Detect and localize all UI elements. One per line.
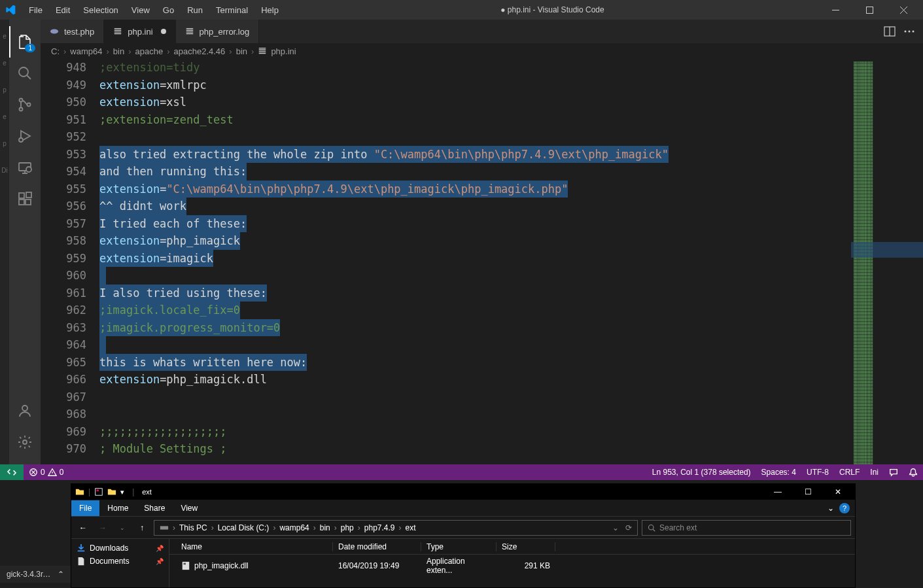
folder-small-icon[interactable] <box>107 487 116 496</box>
ribbon-help-icon[interactable]: ? <box>839 503 850 513</box>
settings-gear-icon[interactable] <box>9 426 41 458</box>
editor-tabs: test.php php.ini php_error.log <box>41 20 923 43</box>
status-bar: 0 0 Ln 953, Col 1 (378 selected) Spaces:… <box>0 464 923 480</box>
minimize-button[interactable] <box>821 0 850 20</box>
extensions-icon[interactable] <box>9 183 41 215</box>
minimap-viewport[interactable] <box>851 242 923 258</box>
svg-rect-1 <box>866 7 873 13</box>
breadcrumb-segment[interactable]: wamp64 <box>70 46 102 56</box>
explorer-maximize-button[interactable]: ☐ <box>795 487 821 496</box>
dirty-indicator-icon <box>161 29 166 34</box>
svg-rect-22 <box>97 490 99 492</box>
menu-view[interactable]: View <box>126 3 155 18</box>
explorer-column-headers[interactable]: Name Date modified Type Size <box>169 539 855 555</box>
accounts-icon[interactable] <box>9 395 41 426</box>
file-row[interactable]: php_imagick.dll 16/04/2019 19:49 Applica… <box>169 555 855 577</box>
explorer-title: ext <box>142 488 152 496</box>
tab-label: php_error.log <box>200 27 250 37</box>
back-button[interactable]: ← <box>75 520 91 536</box>
svg-rect-10 <box>19 199 24 205</box>
ribbon-expand-icon[interactable]: ⌄ <box>827 504 834 513</box>
svg-rect-12 <box>26 192 31 198</box>
code-content[interactable]: ;extension=tidyextension=xmlrpcextension… <box>99 59 851 464</box>
explorer-search[interactable]: Search ext <box>642 520 851 536</box>
ribbon-file[interactable]: File <box>71 500 99 516</box>
run-debug-icon[interactable] <box>9 120 41 152</box>
col-date[interactable]: Date modified <box>333 542 421 551</box>
titlebar: File Edit Selection View Go Run Terminal… <box>0 0 923 20</box>
svg-point-8 <box>26 167 31 172</box>
source-control-icon[interactable] <box>9 89 41 120</box>
status-eol[interactable]: CRLF <box>834 468 865 477</box>
status-encoding[interactable]: UTF-8 <box>801 468 834 477</box>
up-button[interactable]: ↑ <box>134 520 150 536</box>
nav-item-documents[interactable]: Documents 📌 <box>74 555 166 568</box>
breadcrumb-segment[interactable]: apache2.4.46 <box>174 46 226 56</box>
col-size[interactable]: Size <box>496 542 555 551</box>
error-icon <box>29 468 38 477</box>
search-icon <box>648 524 655 532</box>
pin-icon[interactable]: 📌 <box>156 545 164 552</box>
maximize-button[interactable] <box>855 0 884 20</box>
menu-selection[interactable]: Selection <box>78 3 123 18</box>
explorer-close-button[interactable]: ✕ <box>825 487 851 496</box>
minimap[interactable]: ████ ██ ████████ ███ ██ ████ ██ ████████… <box>851 59 923 464</box>
status-cursor[interactable]: Ln 953, Col 1 (378 selected) <box>647 468 756 477</box>
status-language[interactable]: Ini <box>865 468 884 477</box>
status-indent[interactable]: Spaces: 4 <box>756 468 801 477</box>
close-button[interactable] <box>889 0 918 20</box>
breadcrumb-segment[interactable]: bin <box>113 46 124 56</box>
menu-run[interactable]: Run <box>182 3 208 18</box>
explorer-minimize-button[interactable]: — <box>765 487 791 496</box>
breadcrumb[interactable]: C:› wamp64› bin› apache› apache2.4.46› b… <box>41 43 923 59</box>
status-problems[interactable]: 0 0 <box>24 468 69 477</box>
svg-rect-23 <box>160 526 168 529</box>
svg-point-5 <box>27 103 31 107</box>
col-name[interactable]: Name <box>176 542 333 551</box>
svg-point-17 <box>905 31 907 33</box>
svg-point-19 <box>913 31 914 33</box>
breadcrumb-segment[interactable]: apache <box>135 46 164 56</box>
ribbon-share[interactable]: Share <box>136 500 173 516</box>
tab-test-php[interactable]: test.php <box>41 20 104 43</box>
editor-body[interactable]: 9489499509519529539549559569579589599609… <box>41 59 923 464</box>
tab-label: php.ini <box>128 27 152 37</box>
breadcrumb-segment[interactable]: bin <box>236 46 247 56</box>
properties-icon[interactable] <box>94 487 103 496</box>
more-actions-icon[interactable] <box>903 26 915 37</box>
tab-php-ini[interactable]: php.ini <box>104 20 175 43</box>
chevron-up-icon[interactable]: ⌃ <box>58 570 64 579</box>
download-icon <box>77 544 86 553</box>
svg-rect-9 <box>19 193 24 198</box>
menu-help[interactable]: Help <box>256 3 284 18</box>
status-bell-icon[interactable] <box>903 468 923 477</box>
ini-file-icon <box>113 27 122 36</box>
menu-edit[interactable]: Edit <box>50 3 75 18</box>
pin-icon[interactable]: 📌 <box>156 558 164 565</box>
nav-item-downloads[interactable]: Downloads 📌 <box>74 542 166 555</box>
address-bar[interactable]: › This PC› Local Disk (C:)› wamp64› bin›… <box>154 520 638 536</box>
remote-indicator[interactable] <box>0 464 24 480</box>
svg-point-14 <box>23 440 27 444</box>
menu-terminal[interactable]: Terminal <box>211 3 253 18</box>
ribbon-view[interactable]: View <box>173 500 205 516</box>
status-feedback-icon[interactable] <box>884 468 903 477</box>
remote-explorer-icon[interactable] <box>9 152 41 183</box>
recent-dropdown[interactable]: ⌄ <box>114 520 130 536</box>
folder-icon <box>75 487 84 496</box>
menu-file[interactable]: File <box>24 3 48 18</box>
ribbon-home[interactable]: Home <box>99 500 136 516</box>
breadcrumb-segment[interactable]: C: <box>51 46 60 56</box>
split-editor-icon[interactable] <box>884 26 896 37</box>
breadcrumb-segment[interactable]: php.ini <box>271 46 296 56</box>
download-chip[interactable]: gick-3.4.3r....zip ⌃ <box>0 566 71 583</box>
explorer-icon[interactable]: 1 <box>9 26 41 58</box>
forward-button[interactable]: → <box>95 520 111 536</box>
col-type[interactable]: Type <box>421 542 496 551</box>
search-icon[interactable] <box>9 58 41 89</box>
menu-go[interactable]: Go <box>158 3 179 18</box>
ini-file-icon <box>258 46 267 56</box>
explorer-titlebar[interactable]: | ▾ | ext — ☐ ✕ <box>71 484 855 500</box>
tab-php-error-log[interactable]: php_error.log <box>176 20 260 43</box>
warning-icon <box>48 468 57 477</box>
